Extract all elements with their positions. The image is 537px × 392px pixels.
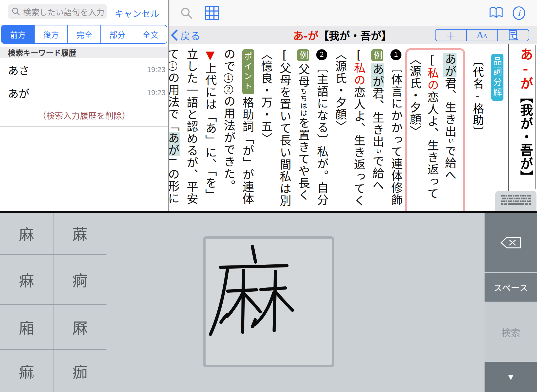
handwriting-canvas[interactable] [203, 236, 334, 367]
sense-number: 2 [316, 49, 327, 60]
history-row[interactable]: あさ19:23 [0, 58, 168, 81]
ref-number: 1 [224, 73, 233, 83]
search-key[interactable]: 検索 [485, 302, 537, 361]
entry-text: ▼ [203, 48, 217, 62]
search-input[interactable]: 検索したい語句を入力 [8, 4, 107, 19]
ref-number: 1 [169, 61, 177, 71]
entry-column: 2〔主語になる〕私が。自分が。 [315, 48, 329, 211]
entry-column: ので12の用法ができた。 [222, 48, 236, 211]
entry-text: の用法で「 [169, 72, 180, 132]
entry-text: ちちはは [299, 88, 307, 117]
entry-column: 〈源氏・夕顔〉 [407, 53, 422, 210]
highlighted-term: あが [169, 132, 180, 156]
entry-text: で給へ [371, 155, 384, 191]
info-button[interactable]: i [512, 0, 526, 26]
candidate-蔴[interactable]: 蔴 [53, 213, 106, 254]
collapse-triangle-icon: ▼ [507, 372, 515, 382]
dictionary-app: 検索したい語句を入力 キャンセル 前方後方完全部分全文 検索キーワード履歴 あさ… [0, 0, 537, 392]
highlighted-term: あが [371, 63, 384, 88]
backspace-key[interactable] [485, 213, 537, 272]
tab-全文[interactable]: 全文 [134, 25, 167, 43]
example-badge: 例 [297, 49, 309, 61]
pos-column: 〔代名‐格助〕 [470, 55, 484, 202]
history-list: あさ19:23あが19:23 [0, 58, 168, 104]
candidate-痲[interactable]: 痲 [0, 350, 53, 392]
sense-number: 1 [390, 49, 401, 60]
entry-text: [ [426, 53, 439, 67]
entry-text: を置きてや長く [297, 117, 310, 201]
entry-text: ので [222, 48, 235, 72]
candidate-廂[interactable]: 廂 [0, 305, 53, 349]
tab-部分[interactable]: 部分 [100, 25, 133, 43]
entry-text: 立した一語と認めるが、平安時 [184, 48, 198, 205]
entry-column: 〈源氏・夕顔〉 [333, 48, 347, 211]
entry-text: 君、生き出 [371, 88, 384, 148]
candidate-厤[interactable]: 厤 [53, 305, 106, 349]
search-in-page-button[interactable] [497, 30, 529, 41]
backspace-icon [500, 236, 522, 249]
entry-text: [父母を置いて長い間私は別れて [277, 48, 291, 207]
search-icon [12, 7, 20, 16]
entry-column: [私の恋人よ、生き返ってくださ [352, 48, 366, 211]
highlighted-term: あが [443, 53, 457, 77]
point-badge: ポイント [242, 49, 254, 94]
handwriting-keyboard: 麻蔴痳痾廂厤痲痂 [0, 211, 537, 392]
font-size-icon: AA [477, 30, 487, 40]
entry-column: あが君、生き出ぃで給へ [443, 53, 457, 210]
entry-text: の用法ができた。 [222, 95, 235, 192]
history-term: あさ [8, 62, 29, 78]
entry-text: 〈源氏・夕顔〉 [334, 48, 347, 133]
entry-text: ぃ [373, 148, 381, 155]
entry-text: 君、生き出 [443, 77, 457, 138]
entry-text: 私の [352, 62, 366, 86]
add-bookmark-button[interactable]: ＋ [436, 30, 466, 41]
entry-text: ぃ [446, 138, 454, 145]
entry-text: で給へ [443, 145, 457, 181]
collapse-keyboard-key[interactable]: ▼ [485, 362, 537, 392]
history-time: 19:23 [147, 66, 165, 74]
entry-column: 1〔体言にかかって連体修飾語に [389, 48, 403, 211]
tab-後方[interactable]: 後方 [34, 25, 67, 43]
list-separator [0, 150, 168, 150]
cancel-button[interactable]: キャンセル [115, 7, 159, 20]
entry-text: 私の [426, 67, 439, 91]
candidate-痳[interactable]: 痳 [0, 255, 53, 304]
svg-text:i: i [518, 8, 521, 18]
list-separator [0, 173, 168, 173]
handwritten-character [206, 239, 332, 365]
entry-text: [ [352, 48, 366, 62]
grid-view-button[interactable] [205, 0, 219, 26]
entry-column: 立した一語と認めるが、平安時 [184, 48, 198, 211]
pos-analysis-badge[interactable]: 品詞分解 [491, 54, 503, 101]
history-row[interactable]: あが19:23 [0, 81, 168, 104]
keyboard-dismiss-button[interactable] [495, 191, 536, 211]
headword-column: あ‐が【我が・吾が】 [517, 48, 533, 205]
example-highlight-box: あが君、生き出ぃで給へ[私の恋人よ、生き返ってくださ〈源氏・夕顔〉 [405, 48, 465, 211]
candidate-痂[interactable]: 痂 [53, 350, 106, 392]
search-icon-button[interactable] [180, 0, 193, 26]
history-header: 検索キーワード履歴 [0, 47, 168, 58]
font-size-button[interactable]: AA [466, 30, 497, 41]
ref-number: 2 [224, 85, 233, 94]
entry-column: [私の恋人よ、生き返ってくださ [425, 53, 439, 210]
tab-前方[interactable]: 前方 [2, 25, 34, 43]
scrollbar[interactable] [535, 45, 536, 189]
tab-完全[interactable]: 完全 [67, 25, 100, 43]
space-key[interactable]: スペース [485, 273, 537, 302]
info-icon: i [512, 6, 526, 20]
entry-text: 上代には「あ」に、「を」や「は [203, 48, 217, 201]
candidate-麻[interactable]: 麻 [0, 213, 53, 254]
clear-history-button[interactable]: （検索入力履歴を削除） [0, 104, 168, 127]
entry-column: て1の用法で「あが」の形に固定 [169, 48, 180, 211]
entry-text: 〈憶良・万・五〉 [259, 48, 273, 145]
bookshelf-button[interactable] [488, 0, 504, 26]
candidate-痾[interactable]: 痾 [53, 255, 106, 304]
entry-content: あ‐が【我が・吾が】 品詞分解 〔代名‐格助〕 あが君、生き出ぃで給へ[私の恋人… [169, 44, 537, 211]
page-search-icon [508, 30, 518, 41]
entry-text: て [169, 48, 180, 60]
search-panel: 検索したい語句を入力 キャンセル 前方後方完全部分全文 検索キーワード履歴 あさ… [0, 0, 168, 211]
grid-icon [205, 6, 219, 20]
list-separator [0, 196, 168, 196]
back-button[interactable]: 戻る [171, 26, 200, 44]
entry-toolbar: 戻る あ‐が【我が・吾が】 ＋ AA [169, 26, 537, 44]
